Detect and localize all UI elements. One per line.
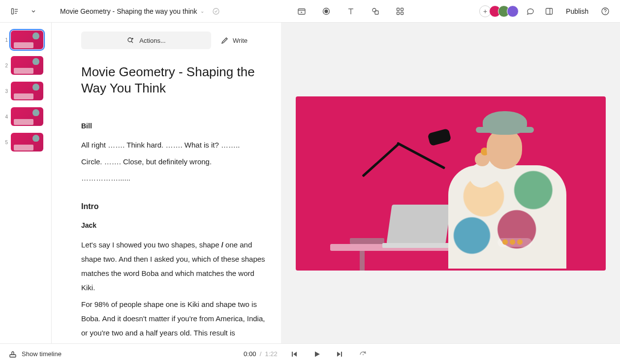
main-area: 12345 Actions... Write Movie Geometry - … [0,23,620,343]
section-heading[interactable]: Intro [81,199,266,214]
scene-item: 3 [4,82,47,100]
sparkle-icon [126,36,134,44]
timeline-icon [9,350,17,358]
comments-icon[interactable] [524,4,537,18]
view-dropdown-icon[interactable] [27,4,40,18]
scene-thumbnail[interactable] [11,107,43,126]
show-timeline-button[interactable]: Show timeline [9,350,62,358]
scene-number: 5 [4,140,8,145]
svg-rect-0 [12,8,14,14]
play-button[interactable] [310,347,324,361]
avatar[interactable] [507,5,519,17]
script-title[interactable]: Movie Geometry - Shaping the Way You Thi… [81,64,266,96]
scene-item: 1 [4,30,47,49]
scene-number: 1 [4,37,8,43]
svg-marker-29 [315,351,320,357]
speaker-label[interactable]: Bill [81,120,266,133]
scene-item: 5 [4,133,47,152]
svg-rect-18 [546,8,553,14]
script-paragraph[interactable]: ……………...... [81,171,266,185]
svg-point-21 [605,13,605,13]
svg-marker-7 [301,11,303,13]
actions-label: Actions... [139,37,165,44]
record-icon[interactable] [319,4,333,18]
svg-rect-27 [292,352,293,357]
svg-point-22 [128,38,132,42]
shapes-icon[interactable] [369,4,382,18]
scene-thumbnail[interactable] [11,133,43,152]
script-paragraph[interactable]: For 98% of people shape one is Kiki and … [81,297,266,343]
media-icon[interactable] [295,4,309,18]
svg-rect-26 [10,355,16,357]
playback-controls: 0:00 / 1:22 [70,347,543,361]
skip-forward-button[interactable] [333,347,346,361]
svg-rect-14 [397,8,400,10]
skip-back-button[interactable] [287,347,301,361]
project-title-text: Movie Geometry - Shaping the way you thi… [60,7,197,15]
top-bar-right: + Publish [479,4,612,18]
project-title[interactable]: Movie Geometry - Shaping the way you thi… [60,7,204,15]
publish-button[interactable]: Publish [561,5,593,17]
pen-icon [221,36,229,44]
write-button[interactable]: Write [218,31,250,49]
script-paragraph[interactable]: All right ……. Think hard. ……. What is it… [81,138,266,152]
current-time: 0:00 [244,350,256,358]
panel-toggle-icon[interactable] [542,4,556,18]
svg-marker-30 [337,352,341,357]
collaborator-avatars: + [479,5,519,17]
top-bar-left: Movie Geometry - Shaping the way you thi… [8,4,223,18]
top-bar: Movie Geometry - Shaping the way you thi… [0,0,620,23]
help-icon[interactable] [598,4,612,18]
svg-rect-31 [341,352,342,357]
toolbar-center [229,4,474,18]
svg-point-32 [363,354,364,355]
scene-item: 4 [4,107,47,126]
preview-panel [281,23,620,343]
svg-rect-16 [397,12,400,14]
show-timeline-label: Show timeline [22,350,62,358]
scene-number: 3 [4,89,8,94]
duration-time: 1:22 [265,350,278,358]
svg-line-23 [131,41,133,43]
scene-thumbnail[interactable] [11,56,43,75]
chevron-down-icon: ⌄ [200,8,204,14]
svg-rect-5 [298,9,305,14]
scene-sidebar: 12345 [0,23,52,343]
svg-marker-28 [293,352,297,357]
scene-number: 2 [4,63,8,68]
script-action-row: Actions... Write [81,31,266,49]
svg-point-12 [372,8,376,12]
script-body[interactable]: BillAll right ……. Think hard. ……. What i… [81,120,266,343]
svg-rect-15 [401,8,403,10]
scene-thumbnail[interactable] [11,82,43,100]
script-paragraph[interactable]: Let's say I showed you two shapes, shape… [81,238,266,295]
actions-button[interactable]: Actions... [81,31,211,49]
script-view-icon[interactable] [8,4,22,18]
scene-thumbnail[interactable] [11,30,43,49]
loop-icon[interactable] [356,347,370,361]
svg-point-9 [325,10,328,13]
cursor-slash: / [221,241,223,249]
video-preview[interactable] [296,96,606,271]
script-panel: Actions... Write Movie Geometry - Shapin… [52,23,281,343]
scene-item: 2 [4,56,47,75]
text-icon[interactable] [344,4,358,18]
bottom-bar: Show timeline 0:00 / 1:22 [0,343,620,364]
write-label: Write [233,37,248,44]
script-paragraph[interactable]: Circle. ……. Close, but definitely wrong. [81,154,266,169]
speaker-label[interactable]: Jack [81,219,266,232]
status-check-icon[interactable] [209,4,223,18]
layout-grid-icon[interactable] [393,4,407,18]
playback-time: 0:00 / 1:22 [244,350,278,358]
svg-rect-17 [401,12,403,14]
scene-number: 4 [4,114,8,120]
